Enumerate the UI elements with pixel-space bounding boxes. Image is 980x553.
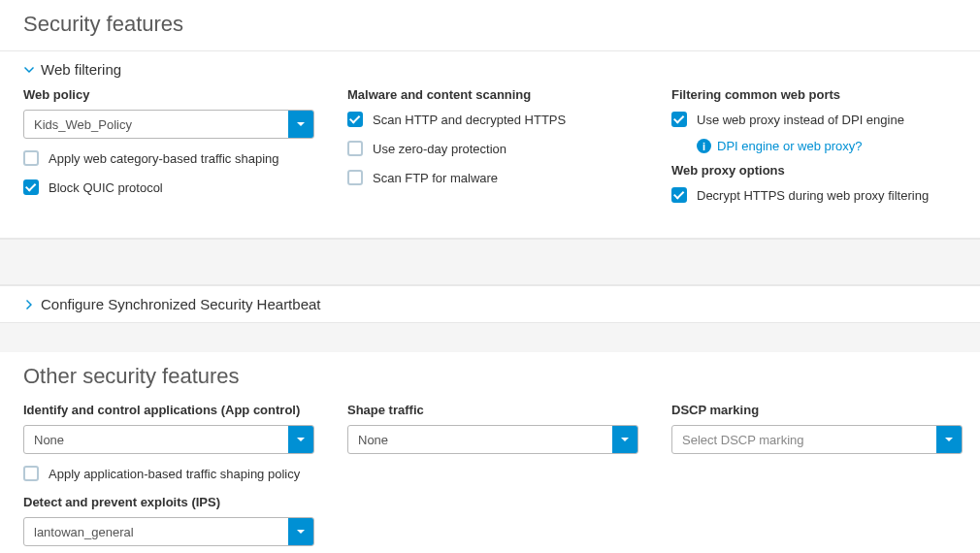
ips-value: lantowan_general [24, 518, 288, 545]
block-quic-checkbox[interactable] [23, 179, 39, 195]
ports-label: Filtering common web ports [671, 87, 957, 102]
shape-traffic-select[interactable]: None [347, 425, 638, 454]
scan-http-label: Scan HTTP and decrypted HTTPS [373, 113, 566, 127]
chevron-down-icon [23, 64, 35, 76]
apply-category-label: Apply web category-based traffic shaping [49, 151, 279, 166]
use-proxy-label: Use web proxy instead of DPI engine [697, 113, 904, 127]
info-icon: i [697, 139, 711, 153]
use-proxy-checkbox[interactable] [671, 112, 687, 127]
web-policy-select[interactable]: Kids_Web_Policy [23, 110, 314, 139]
web-filtering-title: Web filtering [41, 61, 121, 78]
sync-heartbeat-toggle[interactable]: Configure Synchronized Security Heartbea… [0, 286, 980, 322]
mini-gap [0, 323, 980, 352]
web-policy-dropdown-button[interactable] [288, 111, 313, 138]
block-quic-label: Block QUIC protocol [49, 180, 163, 195]
web-filtering-toggle[interactable]: Web filtering [0, 51, 980, 87]
decrypt-https-label: Decrypt HTTPS during web proxy filtering [697, 188, 929, 203]
app-control-value: None [24, 426, 288, 453]
apply-app-shaping-checkbox[interactable] [23, 466, 39, 481]
apply-app-shaping-label: Apply application-based traffic shaping … [49, 467, 300, 481]
dpi-help-link[interactable]: DPI engine or web proxy? [717, 139, 863, 153]
dscp-select[interactable]: Select DSCP marking [671, 425, 963, 454]
section-security-title: Security features [0, 0, 980, 50]
dscp-label: DSCP marking [671, 403, 957, 417]
gap-strip [0, 239, 980, 285]
web-policy-label: Web policy [23, 87, 309, 102]
ips-dropdown-button[interactable] [288, 518, 313, 545]
dscp-placeholder: Select DSCP marking [672, 426, 936, 453]
proxy-options-label: Web proxy options [671, 163, 957, 178]
shape-traffic-dropdown-button[interactable] [612, 426, 637, 453]
scan-ftp-checkbox[interactable] [347, 170, 363, 185]
zero-day-label: Use zero-day protection [373, 142, 506, 156]
ips-select[interactable]: lantowan_general [23, 517, 314, 546]
dscp-dropdown-button[interactable] [936, 426, 962, 453]
scan-ftp-label: Scan FTP for malware [373, 171, 498, 185]
scan-http-checkbox[interactable] [347, 112, 363, 127]
decrypt-https-checkbox[interactable] [671, 187, 687, 203]
malware-label: Malware and content scanning [347, 87, 633, 102]
web-filtering-panel: Web filtering Web policy Kids_Web_Policy… [0, 50, 980, 239]
app-control-dropdown-button[interactable] [288, 426, 313, 453]
sync-heartbeat-panel: Configure Synchronized Security Heartbea… [0, 285, 980, 323]
sync-heartbeat-title: Configure Synchronized Security Heartbea… [41, 296, 321, 312]
chevron-right-icon [23, 299, 35, 310]
shape-traffic-label: Shape traffic [347, 403, 633, 417]
section-other-title: Other security features [0, 352, 980, 403]
web-policy-value: Kids_Web_Policy [24, 111, 288, 138]
ips-label: Detect and prevent exploits (IPS) [23, 495, 309, 509]
shape-traffic-value: None [348, 426, 612, 453]
apply-category-checkbox[interactable] [23, 150, 39, 166]
app-control-select[interactable]: None [23, 425, 314, 454]
app-control-label: Identify and control applications (App c… [23, 403, 309, 417]
zero-day-checkbox[interactable] [347, 141, 363, 156]
